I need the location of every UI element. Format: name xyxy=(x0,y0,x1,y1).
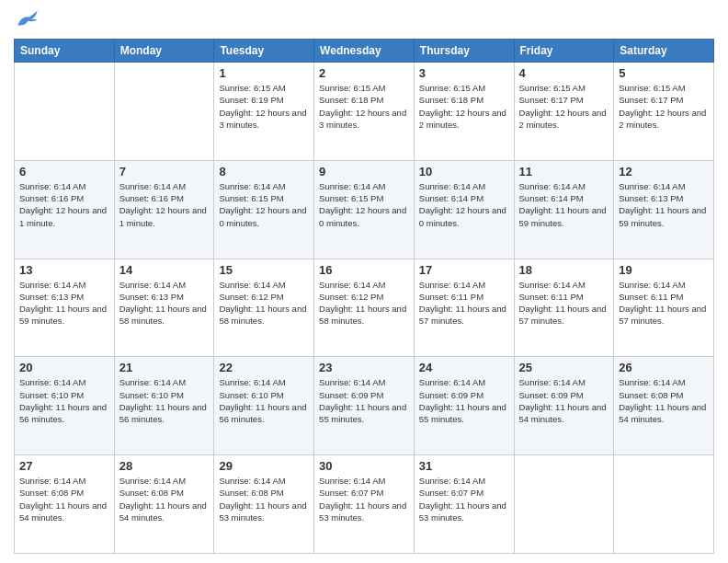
day-number: 15 xyxy=(219,263,309,277)
day-info: Sunrise: 6:14 AMSunset: 6:16 PMDaylight:… xyxy=(19,180,109,229)
day-info: Sunrise: 6:15 AMSunset: 6:18 PMDaylight:… xyxy=(419,82,509,131)
day-number: 21 xyxy=(119,361,210,374)
weekday-header-wednesday: Wednesday xyxy=(314,40,415,63)
week-row-5: 27Sunrise: 6:14 AMSunset: 6:08 PMDayligh… xyxy=(15,455,714,554)
day-number: 5 xyxy=(619,66,709,80)
calendar-table: SundayMondayTuesdayWednesdayThursdayFrid… xyxy=(14,39,714,554)
day-cell: 31Sunrise: 6:14 AMSunset: 6:07 PMDayligh… xyxy=(414,455,514,554)
weekday-header-thursday: Thursday xyxy=(414,40,514,63)
day-info: Sunrise: 6:15 AMSunset: 6:19 PMDaylight:… xyxy=(219,82,309,131)
day-number: 7 xyxy=(119,165,210,178)
day-number: 8 xyxy=(219,165,309,178)
day-info: Sunrise: 6:14 AMSunset: 6:08 PMDaylight:… xyxy=(619,376,709,425)
day-cell: 21Sunrise: 6:14 AMSunset: 6:10 PMDayligh… xyxy=(114,357,214,455)
day-number: 22 xyxy=(219,361,309,374)
day-cell xyxy=(614,455,714,554)
day-cell: 23Sunrise: 6:14 AMSunset: 6:09 PMDayligh… xyxy=(314,357,415,455)
day-cell: 6Sunrise: 6:14 AMSunset: 6:16 PMDaylight… xyxy=(15,160,115,259)
day-cell: 4Sunrise: 6:15 AMSunset: 6:17 PMDaylight… xyxy=(514,63,614,161)
day-number: 23 xyxy=(319,361,409,374)
day-number: 30 xyxy=(319,459,409,473)
day-cell: 27Sunrise: 6:14 AMSunset: 6:08 PMDayligh… xyxy=(15,455,115,554)
day-cell: 20Sunrise: 6:14 AMSunset: 6:10 PMDayligh… xyxy=(15,357,115,455)
day-cell: 17Sunrise: 6:14 AMSunset: 6:11 PMDayligh… xyxy=(414,259,514,357)
day-info: Sunrise: 6:14 AMSunset: 6:08 PMDaylight:… xyxy=(119,475,210,523)
day-cell: 10Sunrise: 6:14 AMSunset: 6:14 PMDayligh… xyxy=(414,160,514,259)
day-cell: 26Sunrise: 6:14 AMSunset: 6:08 PMDayligh… xyxy=(614,357,714,455)
day-info: Sunrise: 6:14 AMSunset: 6:10 PMDaylight:… xyxy=(19,376,109,425)
logo-icon xyxy=(14,9,41,31)
day-number: 10 xyxy=(419,165,509,178)
day-info: Sunrise: 6:14 AMSunset: 6:15 PMDaylight:… xyxy=(319,180,409,229)
day-cell: 3Sunrise: 6:15 AMSunset: 6:18 PMDaylight… xyxy=(414,63,514,161)
day-info: Sunrise: 6:14 AMSunset: 6:08 PMDaylight:… xyxy=(219,475,309,523)
day-number: 31 xyxy=(419,459,509,473)
weekday-header-row: SundayMondayTuesdayWednesdayThursdayFrid… xyxy=(15,40,714,63)
day-info: Sunrise: 6:15 AMSunset: 6:17 PMDaylight:… xyxy=(619,82,709,131)
day-info: Sunrise: 6:14 AMSunset: 6:13 PMDaylight:… xyxy=(119,279,210,327)
day-info: Sunrise: 6:15 AMSunset: 6:17 PMDaylight:… xyxy=(519,82,609,131)
weekday-header-friday: Friday xyxy=(514,40,614,63)
day-number: 6 xyxy=(19,165,109,178)
day-cell: 1Sunrise: 6:15 AMSunset: 6:19 PMDaylight… xyxy=(214,63,314,161)
day-number: 1 xyxy=(219,66,309,80)
day-number: 20 xyxy=(19,361,109,374)
day-cell: 24Sunrise: 6:14 AMSunset: 6:09 PMDayligh… xyxy=(414,357,514,455)
day-number: 24 xyxy=(419,361,509,374)
day-info: Sunrise: 6:14 AMSunset: 6:07 PMDaylight:… xyxy=(319,475,409,523)
day-info: Sunrise: 6:15 AMSunset: 6:18 PMDaylight:… xyxy=(319,82,409,131)
week-row-4: 20Sunrise: 6:14 AMSunset: 6:10 PMDayligh… xyxy=(15,357,714,455)
day-number: 25 xyxy=(519,361,609,374)
day-info: Sunrise: 6:14 AMSunset: 6:10 PMDaylight:… xyxy=(219,376,309,425)
weekday-header-saturday: Saturday xyxy=(614,40,714,63)
day-number: 14 xyxy=(119,263,210,277)
day-cell: 25Sunrise: 6:14 AMSunset: 6:09 PMDayligh… xyxy=(514,357,614,455)
day-cell: 7Sunrise: 6:14 AMSunset: 6:16 PMDaylight… xyxy=(114,160,214,259)
day-cell: 29Sunrise: 6:14 AMSunset: 6:08 PMDayligh… xyxy=(214,455,314,554)
day-info: Sunrise: 6:14 AMSunset: 6:11 PMDaylight:… xyxy=(419,279,509,327)
day-cell xyxy=(514,455,614,554)
day-cell: 12Sunrise: 6:14 AMSunset: 6:13 PMDayligh… xyxy=(614,160,714,259)
day-cell: 2Sunrise: 6:15 AMSunset: 6:18 PMDaylight… xyxy=(314,63,415,161)
day-cell: 22Sunrise: 6:14 AMSunset: 6:10 PMDayligh… xyxy=(214,357,314,455)
day-info: Sunrise: 6:14 AMSunset: 6:10 PMDaylight:… xyxy=(119,376,210,425)
day-cell: 8Sunrise: 6:14 AMSunset: 6:15 PMDaylight… xyxy=(214,160,314,259)
header xyxy=(14,9,714,31)
day-number: 12 xyxy=(619,165,709,178)
day-number: 29 xyxy=(219,459,309,473)
day-number: 4 xyxy=(519,66,609,80)
weekday-header-tuesday: Tuesday xyxy=(214,40,314,63)
day-cell: 14Sunrise: 6:14 AMSunset: 6:13 PMDayligh… xyxy=(114,259,214,357)
week-row-1: 1Sunrise: 6:15 AMSunset: 6:19 PMDaylight… xyxy=(15,63,714,161)
day-cell: 30Sunrise: 6:14 AMSunset: 6:07 PMDayligh… xyxy=(314,455,415,554)
day-info: Sunrise: 6:14 AMSunset: 6:09 PMDaylight:… xyxy=(519,376,609,425)
day-number: 26 xyxy=(619,361,709,374)
day-info: Sunrise: 6:14 AMSunset: 6:09 PMDaylight:… xyxy=(319,376,409,425)
day-cell: 18Sunrise: 6:14 AMSunset: 6:11 PMDayligh… xyxy=(514,259,614,357)
day-number: 27 xyxy=(19,459,109,473)
day-info: Sunrise: 6:14 AMSunset: 6:08 PMDaylight:… xyxy=(19,475,109,523)
day-number: 13 xyxy=(19,263,109,277)
day-info: Sunrise: 6:14 AMSunset: 6:16 PMDaylight:… xyxy=(119,180,210,229)
day-cell: 15Sunrise: 6:14 AMSunset: 6:12 PMDayligh… xyxy=(214,259,314,357)
day-info: Sunrise: 6:14 AMSunset: 6:15 PMDaylight:… xyxy=(219,180,309,229)
day-info: Sunrise: 6:14 AMSunset: 6:12 PMDaylight:… xyxy=(319,279,409,327)
day-info: Sunrise: 6:14 AMSunset: 6:14 PMDaylight:… xyxy=(519,180,609,229)
day-number: 9 xyxy=(319,165,409,178)
page: SundayMondayTuesdayWednesdayThursdayFrid… xyxy=(0,0,728,563)
day-number: 17 xyxy=(419,263,509,277)
day-cell: 9Sunrise: 6:14 AMSunset: 6:15 PMDaylight… xyxy=(314,160,415,259)
day-number: 28 xyxy=(119,459,210,473)
weekday-header-monday: Monday xyxy=(114,40,214,63)
day-info: Sunrise: 6:14 AMSunset: 6:14 PMDaylight:… xyxy=(419,180,509,229)
week-row-3: 13Sunrise: 6:14 AMSunset: 6:13 PMDayligh… xyxy=(15,259,714,357)
day-info: Sunrise: 6:14 AMSunset: 6:11 PMDaylight:… xyxy=(519,279,609,327)
day-cell xyxy=(114,63,214,161)
day-cell: 28Sunrise: 6:14 AMSunset: 6:08 PMDayligh… xyxy=(114,455,214,554)
day-cell: 5Sunrise: 6:15 AMSunset: 6:17 PMDaylight… xyxy=(614,63,714,161)
day-info: Sunrise: 6:14 AMSunset: 6:09 PMDaylight:… xyxy=(419,376,509,425)
day-info: Sunrise: 6:14 AMSunset: 6:12 PMDaylight:… xyxy=(219,279,309,327)
day-info: Sunrise: 6:14 AMSunset: 6:13 PMDaylight:… xyxy=(619,180,709,229)
day-number: 3 xyxy=(419,66,509,80)
day-cell xyxy=(15,63,115,161)
